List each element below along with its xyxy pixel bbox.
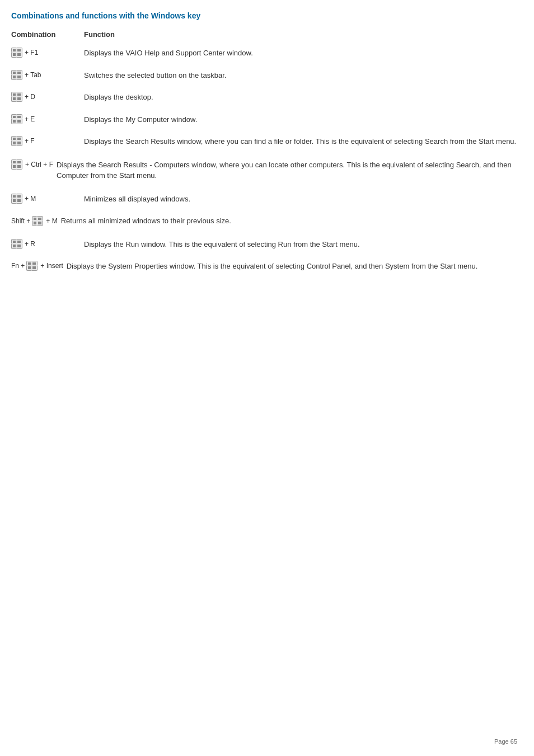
- function-r: Displays the Run window. This is the equ…: [84, 239, 517, 250]
- fn-prefix: Fn +: [11, 262, 25, 270]
- combo-tab-text: + Tab: [25, 71, 41, 79]
- svg-rect-46: [17, 199, 21, 202]
- combo-f1-text: + F1: [25, 49, 38, 57]
- function-ctrl-f: Displays the Search Results - Computers …: [57, 159, 517, 181]
- windows-key-icon: [11, 48, 22, 58]
- combo-d: + D: [11, 92, 84, 102]
- combo-f-text: + F: [25, 137, 35, 145]
- svg-rect-53: [38, 222, 41, 224]
- entry-r: + R Displays the Run window. This is the…: [11, 239, 517, 250]
- combo-f: + F: [11, 136, 84, 146]
- svg-rect-11: [17, 76, 21, 78]
- windows-key-icon: [32, 216, 43, 226]
- windows-key-icon: [11, 114, 22, 124]
- function-fn-insert: Displays the System Properties window. T…: [67, 261, 517, 272]
- entry-shift-m: Shift + + M Returns all minimized window…: [11, 215, 517, 227]
- entry-e: + E Displays the My Computer window.: [11, 114, 517, 125]
- windows-key-icon: [11, 92, 22, 102]
- combo-m-text: + M: [25, 195, 36, 203]
- windows-key-icon: [11, 239, 22, 249]
- entries-container: + F1 Displays the VAIO Help and Support …: [11, 48, 517, 272]
- function-f: Displays the Search Results window, wher…: [84, 136, 517, 147]
- page-title: Combinations and functions with the Wind…: [11, 11, 517, 20]
- entry-f: + F Displays the Search Results window, …: [11, 136, 517, 147]
- combo-m: + M: [11, 194, 84, 204]
- windows-key-icon: [26, 261, 38, 271]
- entry-d: + D Displays the desktop.: [11, 92, 517, 103]
- svg-rect-4: [17, 53, 21, 56]
- entry-fn-insert: Fn + + Insert Displays the System Proper…: [11, 261, 517, 272]
- function-m: Minimizes all displayed windows.: [84, 194, 517, 205]
- function-f1: Displays the VAIO Help and Support Cente…: [84, 48, 517, 59]
- entry-ctrl-f: + Ctrl + F Displays the Search Results -…: [11, 159, 517, 181]
- table-header: Combination Function: [11, 30, 517, 39]
- combo-ctrl-f-text: + Ctrl + F: [25, 159, 53, 170]
- combo-fn-insert-text: + Insert: [40, 262, 63, 270]
- combo-e: + E: [11, 114, 84, 124]
- function-e: Displays the My Computer window.: [84, 114, 517, 125]
- combo-r-text: + R: [25, 240, 35, 248]
- windows-key-icon: [11, 70, 22, 80]
- combo-e-text: + E: [25, 115, 35, 123]
- windows-key-icon: [11, 136, 22, 146]
- combo-fn-insert: Fn + + Insert: [11, 261, 63, 271]
- function-column-header: Function: [84, 30, 517, 39]
- svg-rect-39: [17, 165, 21, 168]
- svg-rect-18: [17, 97, 21, 100]
- function-tab: Switches the selected button on the task…: [84, 70, 517, 81]
- windows-key-icon: [11, 159, 22, 170]
- combo-shift-m-text: + M: [46, 217, 57, 225]
- entry-tab: + Tab Switches the selected button on th…: [11, 70, 517, 81]
- combo-tab: + Tab: [11, 70, 84, 80]
- svg-rect-67: [32, 266, 36, 269]
- combo-d-text: + D: [25, 93, 35, 101]
- page-footer: Page 65: [494, 738, 517, 745]
- combo-f1: + F1: [11, 48, 84, 58]
- entry-m: + M Minimizes all displayed windows.: [11, 194, 517, 205]
- function-shift-m: Returns all minimized windows to their p…: [61, 215, 231, 227]
- entry-f1: + F1 Displays the VAIO Help and Support …: [11, 48, 517, 59]
- combo-shift-m: Shift + + M: [11, 216, 58, 226]
- windows-key-icon: [11, 194, 22, 204]
- svg-rect-32: [17, 142, 21, 144]
- function-d: Displays the desktop.: [84, 92, 517, 103]
- shift-prefix: Shift +: [11, 217, 30, 225]
- combo-ctrl-f: + Ctrl + F: [11, 159, 53, 170]
- combo-r: + R: [11, 239, 84, 249]
- svg-rect-25: [17, 120, 21, 123]
- combo-column-header: Combination: [11, 30, 84, 39]
- svg-rect-60: [17, 245, 21, 247]
